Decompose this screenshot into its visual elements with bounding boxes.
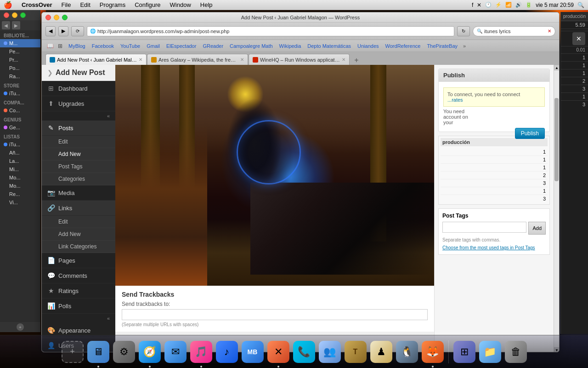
itunes-back-btn[interactable]: ◀ bbox=[2, 21, 10, 29]
itunes-store-item[interactable]: iTu... bbox=[0, 89, 40, 98]
itunes-item-2[interactable]: Pe... bbox=[0, 47, 40, 56]
wp-menu-media[interactable]: 📷 Media bbox=[42, 185, 115, 201]
browser-min-btn[interactable] bbox=[54, 15, 59, 20]
tab-3[interactable]: WineHQ – Run Windows applicati... ✕ bbox=[249, 54, 350, 65]
tags-add-button[interactable]: Add bbox=[528, 222, 546, 235]
itunes-item-4[interactable]: Po... bbox=[0, 64, 40, 72]
window-max[interactable] bbox=[20, 12, 26, 18]
wp-menu-posts[interactable]: ✎ Posts bbox=[42, 121, 115, 136]
bookmarks-home-icon[interactable]: 📖 bbox=[45, 41, 55, 51]
apple-menu[interactable]: 🍎 bbox=[4, 1, 12, 9]
itunes-list-4[interactable]: Mi... bbox=[0, 165, 40, 173]
refresh-button[interactable]: ⟳ bbox=[71, 26, 84, 36]
wp-menu-comments[interactable]: 💬 Comments bbox=[42, 268, 115, 283]
back-button[interactable]: ◀ bbox=[45, 26, 56, 36]
itunes-forward-btn[interactable]: ▶ bbox=[12, 21, 20, 29]
wp-menu-dashboard[interactable]: ⊞ Dashboard bbox=[42, 81, 115, 96]
dock-item-chess[interactable]: ♟ bbox=[369, 340, 393, 364]
itunes-list-2[interactable]: Añ... bbox=[0, 149, 40, 157]
itunes-list-8[interactable]: Vi... bbox=[0, 198, 40, 207]
wp-collapse-btn[interactable]: « bbox=[42, 111, 115, 121]
menubar-programs[interactable]: Programs bbox=[98, 1, 127, 8]
vscroll-up-btn[interactable]: ▲ bbox=[554, 65, 559, 70]
itunes-compact-item[interactable]: Co... bbox=[0, 106, 40, 115]
window-close[interactable] bbox=[4, 12, 9, 18]
tab-1[interactable]: Add New Post ‹ Juan Gabriel Mala... ✕ bbox=[45, 54, 147, 65]
menubar-crossover[interactable]: CrossOver bbox=[20, 1, 54, 8]
dock-item-docs[interactable]: 📁 bbox=[478, 340, 502, 364]
wp-posts-add-new[interactable]: Add New bbox=[42, 148, 115, 161]
vscroll-track[interactable] bbox=[554, 70, 559, 347]
tab-1-close[interactable]: ✕ bbox=[139, 57, 142, 62]
bookmark-gmail[interactable]: Gmail bbox=[144, 42, 163, 50]
wp-links-edit[interactable]: Edit bbox=[42, 216, 115, 228]
publish-button[interactable]: Publish bbox=[515, 128, 545, 139]
wp-menu-ratings[interactable]: ★ Ratings bbox=[42, 283, 115, 299]
wp-menu-polls[interactable]: 📊 Polls bbox=[42, 299, 115, 314]
bookmark-wikipedia[interactable]: Wikipedia bbox=[277, 42, 304, 50]
browser-close-btn[interactable] bbox=[45, 15, 51, 20]
tags-input[interactable] bbox=[442, 222, 526, 233]
dock-item-music[interactable]: ♪ bbox=[215, 340, 239, 364]
bookmark-youtube[interactable]: YouTube bbox=[118, 42, 143, 50]
wp-posts-edit[interactable]: Edit bbox=[42, 136, 115, 148]
itunes-list-1[interactable]: iTu... bbox=[0, 140, 40, 149]
dock-item-itunes[interactable]: 🎵 bbox=[189, 340, 213, 364]
bookmark-uniandes[interactable]: Uniandes bbox=[355, 42, 381, 50]
bookmark-myblog[interactable]: MyBlog bbox=[66, 42, 88, 50]
wp-menu-links[interactable]: 🔗 Links bbox=[42, 201, 115, 216]
dock-item-mb[interactable]: MB bbox=[241, 340, 265, 364]
dock-item-addnew[interactable]: + bbox=[61, 340, 85, 364]
menubar-window[interactable]: Window bbox=[168, 1, 193, 8]
trackbacks-input[interactable] bbox=[122, 309, 428, 320]
tab-3-close[interactable]: ✕ bbox=[342, 57, 345, 62]
vscroll-thumb[interactable] bbox=[554, 98, 559, 181]
bookmark-campoalegre[interactable]: Campoalegre Math bbox=[227, 42, 276, 50]
bookmark-greader[interactable]: GReader bbox=[200, 42, 226, 50]
wp-posts-categories[interactable]: Categories bbox=[42, 173, 115, 185]
itunes-genius-item[interactable]: Ge... bbox=[0, 123, 40, 132]
dock-item-finder[interactable]: 🖥 bbox=[86, 340, 110, 364]
bookmarks-more[interactable]: » bbox=[463, 43, 466, 49]
tab-2[interactable]: Ares Galaxy – Wikipedia, the free ... ✕ bbox=[147, 54, 248, 65]
menubar-search-icon[interactable]: 🔍 bbox=[577, 2, 584, 8]
bookmark-piratebay[interactable]: ThePirateBay bbox=[424, 42, 460, 50]
wp-menu-upgrades[interactable]: ⬆ Upgrades bbox=[42, 96, 115, 111]
bookmark-depto[interactable]: Depto Matemáticas bbox=[305, 42, 354, 50]
tags-choose-link[interactable]: Choose from the most used tags in Post T… bbox=[442, 245, 535, 250]
window-min[interactable] bbox=[12, 12, 17, 18]
search-clear-icon[interactable]: ✕ bbox=[548, 29, 551, 34]
dock-item-skype[interactable]: 📞 bbox=[292, 340, 316, 364]
wp-links-add-new[interactable]: Add New bbox=[42, 228, 115, 241]
dock-item-tux[interactable]: 🐧 bbox=[395, 340, 419, 364]
dock-item-trash[interactable]: 🗑 bbox=[504, 340, 528, 364]
itunes-add-btn[interactable]: + bbox=[17, 323, 24, 331]
dock-item-tex[interactable]: T bbox=[344, 340, 368, 364]
dock-item-users[interactable]: 👥 bbox=[318, 340, 342, 364]
browser-max-btn[interactable] bbox=[62, 15, 68, 20]
wp-collapse-btn-2[interactable]: « bbox=[42, 314, 115, 323]
dock-item-firefox[interactable]: 🦊 bbox=[421, 340, 445, 364]
menubar-edit[interactable]: Edit bbox=[78, 1, 92, 8]
bookmark-elespectador[interactable]: ElEspectador bbox=[164, 42, 199, 50]
menubar-help[interactable]: Help bbox=[198, 1, 215, 8]
itunes-item-music[interactable]: M... bbox=[0, 39, 40, 47]
dock-item-apps[interactable]: ⊞ bbox=[452, 340, 476, 364]
address-bar[interactable]: 🌐 http://juanmalagon.wordpress.com/wp-ad… bbox=[87, 26, 454, 36]
new-tab-button[interactable]: + bbox=[352, 56, 361, 65]
bookmarks-grid-icon[interactable]: ⊞ bbox=[56, 41, 65, 51]
forward-button[interactable]: ▶ bbox=[58, 26, 68, 36]
itunes-list-3[interactable]: La... bbox=[0, 157, 40, 165]
itunes-icon-btn[interactable]: ✕ bbox=[572, 32, 585, 45]
wp-links-categories[interactable]: Link Categories bbox=[42, 241, 115, 253]
dock-item-safari[interactable]: 🧭 bbox=[138, 340, 162, 364]
itunes-list-6[interactable]: Mo... bbox=[0, 182, 40, 190]
bookmark-wordref[interactable]: WordReference bbox=[383, 42, 424, 50]
dock-item-mail[interactable]: ✉ bbox=[164, 340, 187, 364]
bookmark-facebook[interactable]: Facebook bbox=[89, 42, 117, 50]
reload-button[interactable]: ↻ bbox=[457, 26, 470, 36]
yellow-box-link[interactable]: ...rates bbox=[447, 97, 463, 103]
search-bar[interactable]: 🔍 itunes lyrics ✕ bbox=[473, 26, 555, 36]
itunes-list-5[interactable]: Mo... bbox=[0, 173, 40, 182]
wp-menu-pages[interactable]: 📄 Pages bbox=[42, 253, 115, 268]
